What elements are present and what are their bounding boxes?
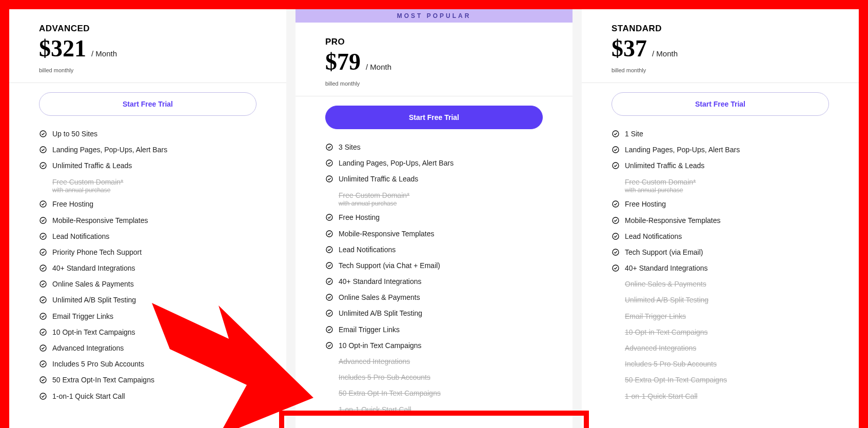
feature-item: Priority Phone Tech Support — [39, 248, 257, 258]
plan-name: PRO — [325, 37, 543, 47]
check-icon — [611, 216, 620, 227]
top-cta-wrap: Start Free Trial — [295, 96, 573, 129]
plan-name: STANDARD — [611, 24, 829, 34]
bottom-cta-wrap: Start Free Trial — [9, 421, 286, 428]
check-icon — [39, 264, 47, 274]
svg-point-36 — [613, 162, 619, 169]
svg-point-10 — [40, 297, 46, 303]
check-icon — [39, 130, 47, 140]
feature-item: 50 Extra Opt-In Text Campaigns — [325, 389, 543, 399]
feature-text: Free Custom Domain* — [625, 178, 696, 186]
feature-text: Includes 5 Pro Sub Accounts — [339, 373, 430, 381]
feature-text: Email Trigger Links — [339, 325, 400, 334]
feature-text: Advanced Integrations — [52, 344, 124, 352]
feature-text-wrap: Lead Notifications — [52, 232, 109, 241]
feature-item: Advanced Integrations — [325, 357, 543, 368]
svg-point-41 — [613, 249, 619, 255]
feature-text-wrap: Landing Pages, Pop-Ups, Alert Bars — [339, 158, 453, 168]
feature-text-wrap: Lead Notifications — [625, 232, 682, 241]
check-icon — [39, 280, 47, 290]
start-trial-button-top[interactable]: Start Free Trial — [39, 92, 257, 116]
feature-item: 50 Extra Opt-In Text Campaigns — [39, 375, 257, 386]
feature-text: Unlimited A/B Split Testing — [339, 309, 422, 317]
feature-item: 1-on-1 Quick Start Call — [325, 405, 543, 416]
feature-text: Email Trigger Links — [625, 312, 686, 320]
feature-text: Free Hosting — [339, 213, 380, 221]
feature-text-wrap: Free Custom Domain*with annual purchase — [339, 191, 410, 208]
svg-point-17 — [326, 144, 332, 150]
feature-text-wrap: 40+ Standard Integrations — [625, 263, 708, 273]
check-icon — [325, 230, 333, 240]
feature-text-wrap: Mobile-Responsive Templates — [625, 216, 721, 225]
top-cta-wrap: Start Free Trial — [9, 83, 286, 116]
feature-item: 10 Opt-in Text Campaigns — [611, 328, 829, 338]
feature-item: Unlimited A/B Split Testing — [611, 295, 829, 306]
feature-text-wrap: Tech Support (via Email) — [625, 248, 703, 257]
feature-item: 10 Opt-in Text Campaigns — [325, 341, 543, 352]
feature-text-wrap: Landing Pages, Pop-Ups, Alert Bars — [625, 145, 740, 154]
svg-point-18 — [326, 160, 332, 166]
feature-item: 3 Sites — [325, 142, 543, 153]
check-icon — [39, 376, 47, 386]
plan-period: / Month — [366, 63, 391, 71]
plan-price: $37 — [611, 35, 647, 62]
svg-point-42 — [613, 265, 619, 271]
feature-text-wrap: 1-on-1 Quick Start Call — [625, 392, 698, 401]
feature-text-wrap: Lead Notifications — [339, 245, 396, 254]
feature-text: Up to 50 Sites — [52, 130, 97, 138]
feature-text-wrap: Email Trigger Links — [52, 312, 113, 321]
feature-text: Unlimited Traffic & Leads — [625, 161, 704, 170]
svg-point-25 — [326, 278, 332, 284]
feature-item: Online Sales & Payments — [325, 293, 543, 303]
feature-item: Up to 50 Sites — [39, 129, 257, 140]
feature-text: Includes 5 Pro Sub Accounts — [625, 360, 717, 368]
feature-item: Email Trigger Links — [325, 325, 543, 336]
feature-text: 50 Extra Opt-In Text Campaigns — [625, 376, 727, 384]
feature-text-wrap: Online Sales & Payments — [52, 279, 134, 289]
svg-point-35 — [613, 147, 619, 153]
check-icon — [39, 344, 47, 354]
feature-text-wrap: Up to 50 Sites — [52, 129, 97, 138]
feature-text: Online Sales & Payments — [339, 293, 420, 301]
feature-item: Includes 5 Pro Sub Accounts — [39, 359, 257, 370]
feature-item: Lead Notifications — [611, 232, 829, 242]
most-popular-badge: MOST POPULAR — [295, 9, 573, 23]
plan-name: ADVANCED — [39, 24, 257, 34]
start-trial-button-top[interactable]: Start Free Trial — [325, 106, 543, 129]
check-icon — [611, 200, 620, 210]
feature-subtext: with annual purchase — [52, 187, 124, 195]
feature-text-wrap: Unlimited A/B Split Testing — [625, 295, 708, 304]
check-icon — [325, 309, 333, 319]
feature-text: Tech Support (via Email) — [625, 248, 703, 256]
check-icon — [611, 146, 620, 156]
feature-item: Free Hosting — [611, 199, 829, 210]
feature-item: Includes 5 Pro Sub Accounts — [611, 359, 829, 370]
check-icon — [325, 143, 333, 153]
billed-note: billed monthly — [611, 67, 829, 73]
feature-item: Unlimited A/B Split Testing — [39, 295, 257, 306]
feature-text-wrap: 40+ Standard Integrations — [52, 263, 135, 273]
check-icon — [611, 248, 620, 258]
feature-text: Advanced Integrations — [339, 357, 410, 365]
feature-text-wrap: Tech Support (via Chat + Email) — [339, 261, 440, 270]
svg-point-14 — [40, 361, 46, 367]
feature-item: 1-on-1 Quick Start Call — [611, 392, 829, 402]
check-icon — [611, 264, 620, 274]
feature-text: Priority Phone Tech Support — [52, 248, 142, 256]
feature-text-wrap: Mobile-Responsive Templates — [339, 229, 435, 238]
check-icon — [611, 161, 620, 172]
feature-text: Online Sales & Payments — [52, 280, 134, 288]
feature-item: Advanced Integrations — [39, 343, 257, 354]
feature-text-wrap: 50 Extra Opt-In Text Campaigns — [625, 375, 727, 384]
feature-text: 10 Opt-in Text Campaigns — [52, 328, 135, 336]
feature-text-wrap: Free Custom Domain*with annual purchase — [52, 177, 124, 195]
check-icon — [39, 146, 47, 156]
feature-text-wrap: 50 Extra Opt-In Text Campaigns — [339, 389, 441, 398]
feature-text: Mobile-Responsive Templates — [339, 230, 435, 238]
feature-item: Lead Notifications — [325, 245, 543, 256]
check-icon — [39, 328, 47, 338]
plan-period: / Month — [652, 49, 678, 58]
start-trial-button-top[interactable]: Start Free Trial — [611, 92, 829, 116]
svg-point-7 — [40, 249, 46, 255]
feature-text-wrap: 1-on-1 Quick Start Call — [339, 405, 411, 414]
